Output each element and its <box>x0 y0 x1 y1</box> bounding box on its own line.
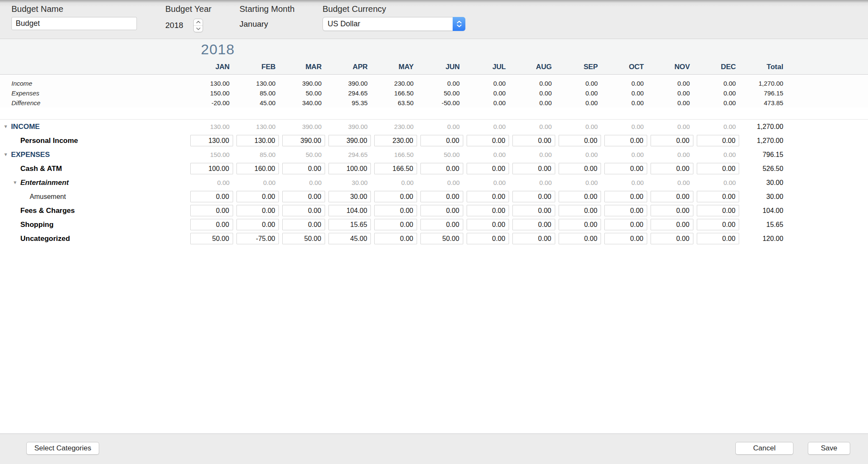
budget-input-cash-atm-may[interactable]: 166.50 <box>374 163 417 174</box>
budget-input-fees-charges-oct[interactable]: 0.00 <box>604 205 647 216</box>
budget-input-cash-atm-dec[interactable]: 0.00 <box>697 163 740 174</box>
budget-currency-select[interactable]: US Dollar <box>323 17 465 31</box>
budget-input-personal-income-sep[interactable]: 0.00 <box>559 135 601 146</box>
budget-input-personal-income-jun[interactable]: 0.00 <box>420 135 463 146</box>
budget-input-uncategorized-oct[interactable]: 0.00 <box>604 233 647 244</box>
budget-input-cash-atm-jan[interactable]: 100.00 <box>190 163 233 174</box>
summary-income-sep: 0.00 <box>557 80 603 87</box>
disclosure-triangle-icon[interactable]: ▼ <box>3 152 8 157</box>
budget-input-shopping-sep[interactable]: 0.00 <box>559 219 601 230</box>
starting-month-value[interactable]: January <box>239 20 295 29</box>
computed-income-aug: 0.00 <box>511 123 557 130</box>
summary-expenses-may: 166.50 <box>373 89 419 97</box>
budget-input-fees-charges-aug[interactable]: 0.00 <box>512 205 555 216</box>
budget-input-fees-charges-nov[interactable]: 0.00 <box>651 205 693 216</box>
budget-input-shopping-jun[interactable]: 0.00 <box>420 219 463 230</box>
disclosure-triangle-icon[interactable]: ▼ <box>3 124 8 129</box>
cancel-button[interactable]: Cancel <box>735 442 793 455</box>
budget-input-uncategorized-aug[interactable]: 0.00 <box>512 233 555 244</box>
budget-input-uncategorized-dec[interactable]: 0.00 <box>697 233 740 244</box>
budget-input-cash-atm-mar[interactable]: 0.00 <box>282 163 325 174</box>
budget-input-amusement-jan[interactable]: 0.00 <box>190 191 233 202</box>
stepper-up-icon[interactable] <box>194 19 203 26</box>
budget-input-fees-charges-mar[interactable]: 0.00 <box>282 205 325 216</box>
budget-input-shopping-apr[interactable]: 15.65 <box>328 219 371 230</box>
budget-input-amusement-nov[interactable]: 0.00 <box>651 191 693 202</box>
budget-input-uncategorized-mar[interactable]: 50.00 <box>282 233 325 244</box>
budget-input-cash-atm-sep[interactable]: 0.00 <box>559 163 601 174</box>
budget-input-cash-atm-aug[interactable]: 0.00 <box>512 163 555 174</box>
budget-input-uncategorized-apr[interactable]: 45.00 <box>328 233 371 244</box>
budget-input-personal-income-may[interactable]: 230.00 <box>374 135 417 146</box>
computed-entertainment-dec: 0.00 <box>695 179 741 186</box>
budget-input-amusement-mar[interactable]: 0.00 <box>282 191 325 202</box>
budget-input-uncategorized-sep[interactable]: 0.00 <box>559 233 601 244</box>
budget-input-amusement-jul[interactable]: 0.00 <box>467 191 509 202</box>
budget-input-personal-income-apr[interactable]: 390.00 <box>328 135 371 146</box>
budget-input-amusement-dec[interactable]: 0.00 <box>697 191 740 202</box>
budget-input-fees-charges-feb[interactable]: 0.00 <box>236 205 279 216</box>
budget-input-amusement-sep[interactable]: 0.00 <box>559 191 601 202</box>
select-categories-button[interactable]: Select Categories <box>26 442 99 455</box>
budget-input-cash-atm-jul[interactable]: 0.00 <box>467 163 509 174</box>
budget-input-cash-atm-jun[interactable]: 0.00 <box>420 163 463 174</box>
budget-input-amusement-feb[interactable]: 0.00 <box>236 191 279 202</box>
budget-input-shopping-may[interactable]: 0.00 <box>374 219 417 230</box>
budget-input-fees-charges-jul[interactable]: 0.00 <box>467 205 509 216</box>
cell-uncategorized-aug: 0.00 <box>511 233 557 244</box>
budget-input-uncategorized-jun[interactable]: 50.00 <box>420 233 463 244</box>
budget-name-input[interactable] <box>11 17 137 30</box>
budget-input-personal-income-oct[interactable]: 0.00 <box>604 135 647 146</box>
save-button[interactable]: Save <box>808 442 850 455</box>
budget-input-uncategorized-jan[interactable]: 50.00 <box>190 233 233 244</box>
budget-input-fees-charges-may[interactable]: 0.00 <box>374 205 417 216</box>
budget-input-personal-income-jul[interactable]: 0.00 <box>467 135 509 146</box>
budget-input-cash-atm-apr[interactable]: 100.00 <box>328 163 371 174</box>
budget-input-amusement-apr[interactable]: 30.00 <box>328 191 371 202</box>
budget-input-shopping-aug[interactable]: 0.00 <box>512 219 555 230</box>
summary-expenses-feb: 85.00 <box>235 89 281 97</box>
budget-input-amusement-jun[interactable]: 0.00 <box>420 191 463 202</box>
budget-input-shopping-oct[interactable]: 0.00 <box>604 219 647 230</box>
budget-input-shopping-dec[interactable]: 0.00 <box>697 219 740 230</box>
category-name-amusement: Amusement <box>30 193 66 201</box>
budget-year-stepper[interactable] <box>193 19 203 32</box>
budget-input-amusement-may[interactable]: 0.00 <box>374 191 417 202</box>
budget-input-amusement-aug[interactable]: 0.00 <box>512 191 555 202</box>
budget-input-shopping-nov[interactable]: 0.00 <box>651 219 693 230</box>
budget-input-shopping-feb[interactable]: 0.00 <box>236 219 279 230</box>
stepper-down-icon[interactable] <box>194 26 203 32</box>
category-label-amusement: Amusement <box>0 193 189 201</box>
disclosure-triangle-icon[interactable]: ▼ <box>13 180 17 185</box>
budget-input-fees-charges-dec[interactable]: 0.00 <box>697 205 740 216</box>
budget-input-shopping-jan[interactable]: 0.00 <box>190 219 233 230</box>
budget-input-amusement-oct[interactable]: 0.00 <box>604 191 647 202</box>
budget-input-fees-charges-jun[interactable]: 0.00 <box>420 205 463 216</box>
budget-input-cash-atm-feb[interactable]: 160.00 <box>236 163 279 174</box>
budget-input-uncategorized-feb[interactable]: -75.00 <box>236 233 279 244</box>
computed-entertainment-jul: 0.00 <box>465 179 511 186</box>
budget-input-fees-charges-apr[interactable]: 104.00 <box>328 205 371 216</box>
budget-input-personal-income-nov[interactable]: 0.00 <box>651 135 693 146</box>
month-header-feb: FEB <box>235 63 281 71</box>
budget-input-personal-income-mar[interactable]: 390.00 <box>282 135 325 146</box>
computed-expenses-nov: 0.00 <box>649 151 695 158</box>
budget-input-uncategorized-nov[interactable]: 0.00 <box>651 233 693 244</box>
budget-input-shopping-mar[interactable]: 0.00 <box>282 219 325 230</box>
computed-expenses-oct: 0.00 <box>603 151 649 158</box>
budget-input-cash-atm-oct[interactable]: 0.00 <box>604 163 647 174</box>
total-fees-charges: 104.00 <box>741 207 788 215</box>
summary-expenses-jul: 0.00 <box>465 89 511 97</box>
budget-input-personal-income-feb[interactable]: 130.00 <box>236 135 279 146</box>
budget-input-uncategorized-jul[interactable]: 0.00 <box>467 233 509 244</box>
budget-input-fees-charges-jan[interactable]: 0.00 <box>190 205 233 216</box>
budget-input-shopping-jul[interactable]: 0.00 <box>467 219 509 230</box>
budget-input-cash-atm-nov[interactable]: 0.00 <box>651 163 693 174</box>
cell-fees-charges-dec: 0.00 <box>695 205 741 216</box>
budget-input-personal-income-dec[interactable]: 0.00 <box>697 135 740 146</box>
budget-input-personal-income-aug[interactable]: 0.00 <box>512 135 555 146</box>
budget-input-uncategorized-may[interactable]: 0.00 <box>374 233 417 244</box>
budget-input-fees-charges-sep[interactable]: 0.00 <box>559 205 601 216</box>
summary-row-income: Income130.00130.00390.00390.00230.000.00… <box>0 78 868 88</box>
budget-input-personal-income-jan[interactable]: 130.00 <box>190 135 233 146</box>
